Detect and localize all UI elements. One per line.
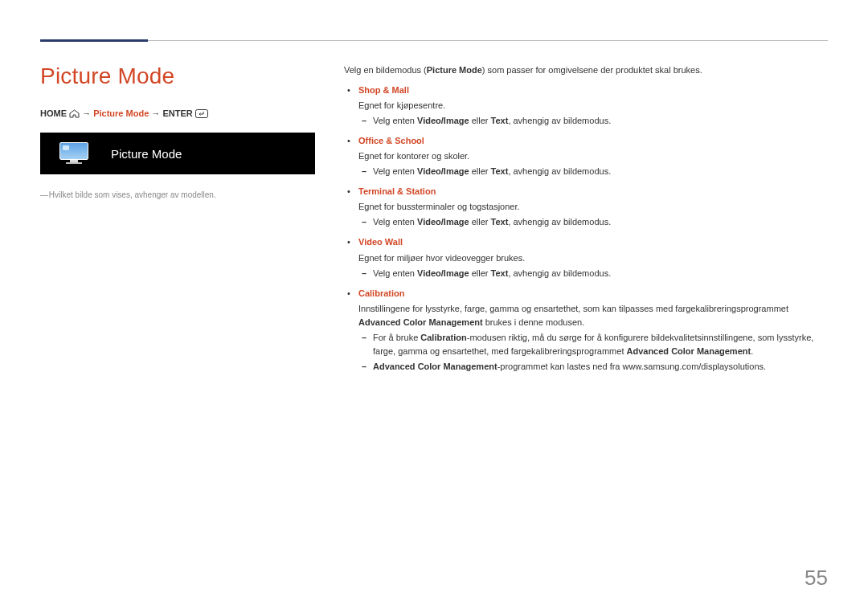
mode-video-wall: Video Wall Egnet for miljøer hvor videov…: [344, 235, 828, 280]
mode-list: Shop & Mall Egnet for kjøpesentre. Velg …: [344, 84, 828, 374]
mode-sub: Velg enten Video/Image eller Text, avhen…: [358, 114, 828, 128]
breadcrumb-enter: ENTER: [162, 108, 192, 118]
mode-desc: Egnet for kjøpesentre.: [358, 99, 828, 112]
breadcrumb-arrow: →: [82, 108, 91, 118]
mode-office-school: Office & School Egnet for kontorer og sk…: [344, 134, 828, 178]
breadcrumb-arrow: →: [151, 108, 160, 118]
breadcrumb: HOME → Picture Mode → ENTER: [40, 108, 315, 120]
monitor-icon: [59, 142, 88, 165]
breadcrumb-picture-mode: Picture Mode: [93, 108, 149, 118]
enter-icon: [195, 109, 208, 120]
page-number: 55: [805, 566, 828, 591]
page-title: Picture Mode: [40, 63, 315, 89]
mode-name: Calibration: [358, 288, 404, 298]
mode-desc: Egnet for kontorer og skoler.: [358, 149, 828, 163]
mode-desc: Innstillingene for lysstyrke, farge, gam…: [358, 302, 828, 329]
mode-name: Video Wall: [358, 237, 403, 247]
calibration-sub-2: Advanced Color Management-programmet kan…: [358, 360, 828, 374]
left-column: Picture Mode HOME → Picture Mode → ENTER: [40, 63, 315, 199]
right-column: Velg en bildemodus (Picture Mode) som pa…: [344, 63, 828, 380]
intro-text: Velg en bildemodus (Picture Mode) som pa…: [344, 63, 828, 77]
home-icon: [69, 109, 80, 120]
calibration-sub-1: For å bruke Calibration-modusen riktig, …: [358, 331, 828, 358]
mode-desc: Egnet for miljøer hvor videovegger bruke…: [358, 251, 828, 265]
breadcrumb-home: HOME: [40, 108, 67, 118]
screenshot-label: Picture Mode: [111, 147, 182, 161]
mode-sub: Velg enten Video/Image eller Text, avhen…: [358, 165, 828, 178]
mode-shop-mall: Shop & Mall Egnet for kjøpesentre. Velg …: [344, 84, 828, 128]
mode-terminal-station: Terminal & Station Egnet for busstermina…: [344, 185, 828, 229]
mode-name: Terminal & Station: [358, 186, 436, 196]
header-rule: [40, 40, 828, 41]
mode-sub: Velg enten Video/Image eller Text, avhen…: [358, 267, 828, 280]
mode-sub: Velg enten Video/Image eller Text, avhen…: [358, 215, 828, 229]
mode-name: Shop & Mall: [358, 85, 409, 95]
mode-calibration: Calibration Innstillingene for lysstyrke…: [344, 287, 828, 374]
menu-screenshot: Picture Mode: [40, 133, 315, 174]
footnote: Hvilket bilde som vises, avhenger av mod…: [40, 190, 315, 199]
mode-desc: Egnet for bussterminaler og togstasjoner…: [358, 200, 828, 214]
mode-name: Office & School: [358, 136, 424, 145]
